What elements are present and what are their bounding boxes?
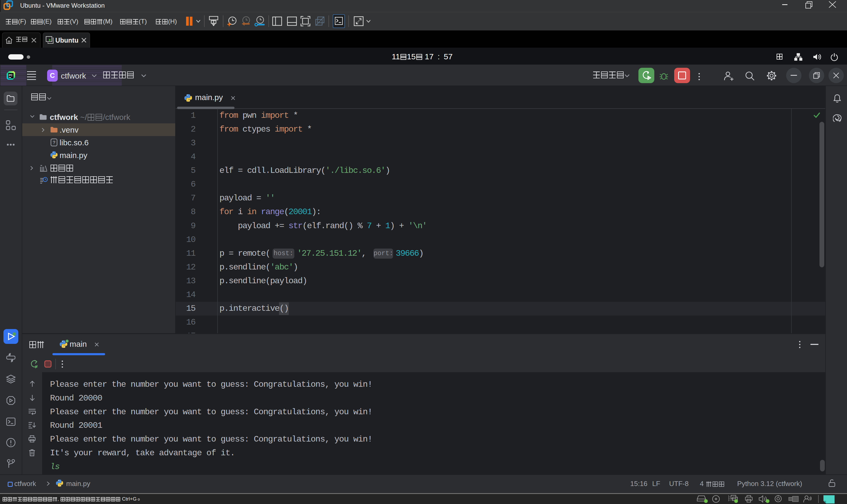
svg-text:PC: PC: [9, 74, 13, 77]
svg-text:?: ?: [53, 140, 55, 145]
